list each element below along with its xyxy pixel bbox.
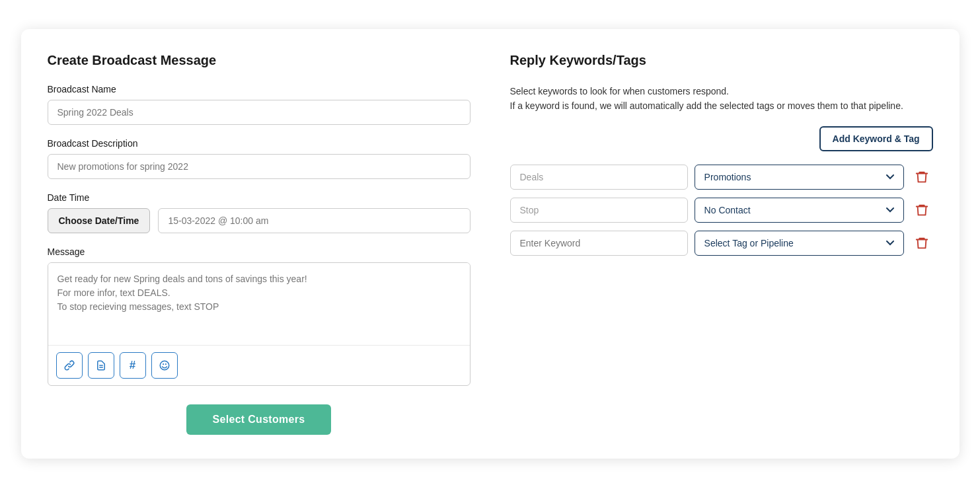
date-time-group: Date Time Choose Date/Time [48, 192, 471, 233]
reply-description: Select keywords to look for when custome… [510, 84, 933, 114]
add-keyword-button[interactable]: Add Keyword & Tag [819, 126, 933, 151]
broadcast-desc-group: Broadcast Description [48, 138, 471, 179]
keyword-input-3[interactable] [510, 231, 688, 256]
tag-select-2[interactable]: Promotions No Contact Select Tag or Pipe… [695, 198, 904, 223]
date-row: Choose Date/Time [48, 208, 471, 233]
svg-point-0 [160, 361, 169, 370]
right-column: Reply Keywords/Tags Select keywords to l… [510, 53, 933, 435]
keyword-row-2: Promotions No Contact Select Tag or Pipe… [510, 198, 933, 223]
delete-button-1[interactable] [911, 167, 933, 188]
keyword-row-1: Promotions No Contact Select Tag or Pipe… [510, 165, 933, 190]
document-button[interactable] [88, 352, 114, 379]
left-section-title: Create Broadcast Message [48, 53, 471, 68]
right-section-title: Reply Keywords/Tags [510, 53, 933, 68]
delete-button-3[interactable] [911, 233, 933, 254]
broadcast-name-input[interactable] [48, 100, 471, 125]
trash-icon-1 [915, 169, 929, 185]
left-column: Create Broadcast Message Broadcast Name … [48, 53, 471, 435]
broadcast-desc-input[interactable] [48, 154, 471, 179]
two-column-layout: Create Broadcast Message Broadcast Name … [48, 53, 933, 435]
broadcast-name-label: Broadcast Name [48, 84, 471, 94]
link-button[interactable] [56, 352, 83, 379]
trash-icon-2 [915, 202, 929, 218]
broadcast-name-group: Broadcast Name [48, 84, 471, 125]
emoji-icon [159, 359, 170, 371]
message-toolbar: # [48, 345, 470, 385]
tag-select-3[interactable]: Select Tag or Pipeline Promotions No Con… [695, 231, 904, 256]
keyword-input-2[interactable] [510, 198, 688, 223]
choose-date-button[interactable]: Choose Date/Time [48, 208, 151, 233]
tag-select-1[interactable]: Promotions No Contact Select Tag or Pipe… [695, 165, 904, 190]
trash-icon-3 [915, 235, 929, 251]
broadcast-desc-label: Broadcast Description [48, 138, 471, 149]
keyword-input-1[interactable] [510, 165, 688, 190]
keyword-row-3: Select Tag or Pipeline Promotions No Con… [510, 231, 933, 256]
date-time-label: Date Time [48, 192, 471, 203]
message-box: # [48, 262, 471, 386]
message-textarea[interactable] [48, 263, 470, 342]
link-icon [63, 359, 75, 371]
select-customers-button[interactable]: Select Customers [186, 404, 332, 435]
emoji-button[interactable] [151, 352, 178, 379]
delete-button-2[interactable] [911, 200, 933, 221]
date-value-input[interactable] [158, 208, 470, 233]
document-icon [95, 359, 107, 371]
message-label: Message [48, 246, 471, 257]
message-group: Message # [48, 246, 471, 386]
main-card: Create Broadcast Message Broadcast Name … [21, 29, 960, 459]
hash-button[interactable]: # [120, 352, 146, 379]
